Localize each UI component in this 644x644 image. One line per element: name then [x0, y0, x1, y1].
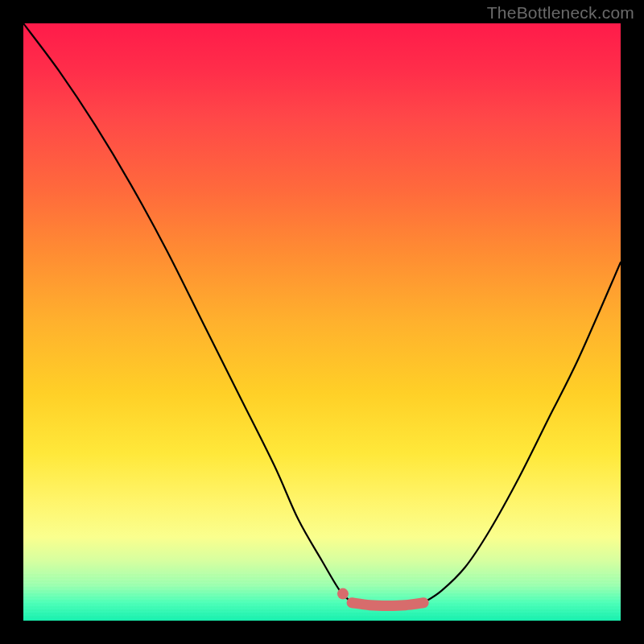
curves-svg	[23, 23, 621, 621]
trough-highlight	[352, 603, 423, 606]
trough-start-dot	[337, 588, 349, 600]
watermark-text: TheBottleneck.com	[487, 3, 634, 23]
left-curve	[23, 23, 352, 603]
right-curve	[423, 262, 621, 603]
chart-frame	[23, 23, 621, 621]
